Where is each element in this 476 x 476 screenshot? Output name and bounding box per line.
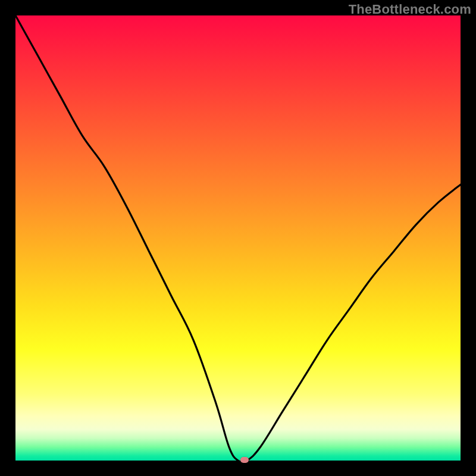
bottleneck-curve <box>15 15 461 461</box>
optimum-marker <box>240 457 249 463</box>
plot-area <box>15 15 461 461</box>
chart-frame: TheBottleneck.com <box>0 0 476 476</box>
watermark-text: TheBottleneck.com <box>349 2 471 17</box>
